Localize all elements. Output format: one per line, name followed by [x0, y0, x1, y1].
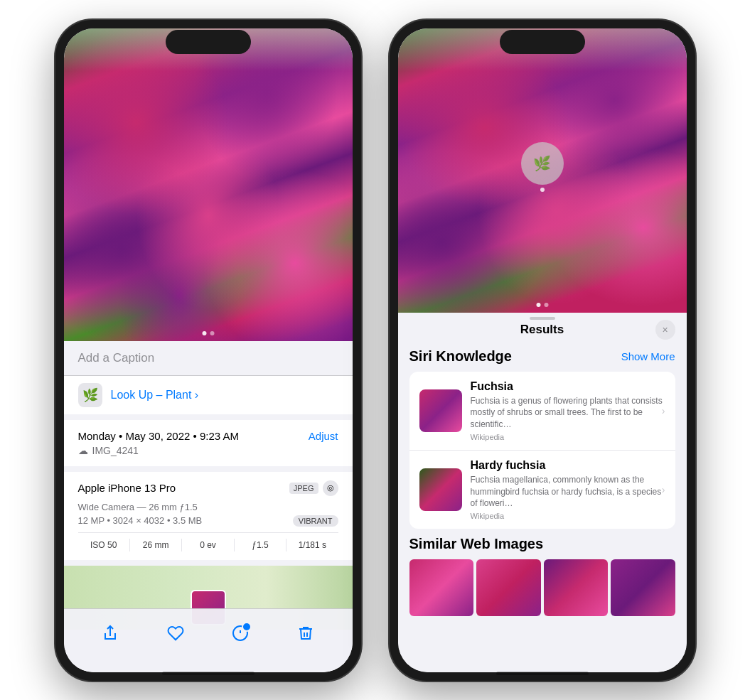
like-button[interactable]	[167, 625, 184, 642]
page-dot-2	[210, 331, 214, 335]
web-images-title: Similar Web Images	[409, 536, 675, 552]
close-icon: ×	[662, 324, 668, 335]
hardy-fuchsia-thumbnail	[419, 468, 462, 511]
hardy-fuchsia-chevron: ›	[662, 484, 665, 495]
delete-button[interactable]	[297, 625, 314, 642]
adjust-button[interactable]: Adjust	[309, 430, 338, 442]
hardy-fuchsia-info: Hardy fuchsia Fuchsia magellanica, commo…	[471, 459, 665, 520]
hardy-fuchsia-source: Wikipedia	[471, 512, 665, 520]
left-phone-content: Add a Caption 🌿 Look Up – Plant ›	[64, 28, 353, 672]
page-dot-right-2	[544, 303, 548, 307]
right-phone-notch	[500, 30, 585, 54]
badges: JPEG ◎	[289, 480, 338, 496]
fuchsia-name: Fuchsia	[471, 380, 665, 393]
device-name: Apple iPhone 13 Pro	[78, 482, 176, 494]
siri-overlay[interactable]: 🌿	[521, 142, 564, 185]
info-button[interactable]	[232, 625, 249, 642]
web-image-2[interactable]	[476, 559, 541, 616]
results-panel: Results × Siri Knowledge Show More	[398, 313, 687, 672]
right-phone-content: 🌿 Results ×	[398, 28, 687, 672]
right-phone: 🌿 Results ×	[390, 20, 695, 681]
bottom-toolbar	[64, 608, 353, 672]
caption-area[interactable]: Add a Caption	[64, 341, 353, 376]
page-dots-right	[536, 303, 548, 307]
location-icon: ◎	[323, 480, 338, 496]
drag-handle[interactable]	[530, 317, 555, 320]
hardy-fuchsia-desc: Fuchsia magellanica, commonly known as t…	[471, 474, 665, 510]
exif-shutter: 1/181 s	[286, 539, 338, 551]
web-images-grid	[409, 559, 675, 616]
exif-aperture: ƒ1.5	[235, 539, 286, 551]
fuchsia-info: Fuchsia Fuchsia is a genus of flowering …	[471, 380, 665, 441]
home-indicator	[162, 672, 255, 675]
close-button[interactable]: ×	[655, 320, 675, 340]
exif-mm: 26 mm	[130, 539, 182, 551]
device-row: Apple iPhone 13 Pro JPEG ◎	[78, 480, 338, 496]
jpeg-badge: JPEG	[289, 483, 318, 494]
web-image-3[interactable]	[544, 559, 609, 616]
results-title: Results	[520, 323, 564, 337]
siri-leaf-icon: 🌿	[533, 155, 551, 172]
caption-placeholder[interactable]: Add a Caption	[78, 351, 155, 365]
device-section: Apple iPhone 13 Pro JPEG ◎ Wide Camera —…	[64, 472, 353, 560]
web-images-section: Similar Web Images	[409, 536, 675, 616]
knowledge-card: Fuchsia Fuchsia is a genus of flowering …	[409, 372, 675, 529]
phone-notch	[166, 30, 251, 54]
exif-ev: 0 ev	[182, 539, 234, 551]
siri-knowledge-title: Siri Knowledge	[409, 348, 512, 365]
page-dots	[202, 331, 214, 335]
siri-knowledge-header: Siri Knowledge Show More	[409, 348, 675, 365]
camera-specs: Wide Camera — 26 mm ƒ1.5	[78, 502, 338, 512]
siri-dot	[540, 188, 545, 192]
web-image-1[interactable]	[409, 559, 474, 616]
right-phone-screen: 🌿 Results ×	[398, 28, 687, 672]
page-dot-right-1	[536, 303, 540, 307]
lookup-row[interactable]: 🌿 Look Up – Plant ›	[64, 376, 353, 414]
mp-text: 12 MP • 3024 × 4032 • 3.5 MB	[78, 515, 203, 526]
page-dot-1	[202, 331, 206, 335]
left-phone: Add a Caption 🌿 Look Up – Plant ›	[55, 20, 361, 681]
fuchsia-source: Wikipedia	[471, 433, 665, 441]
hardy-fuchsia-item[interactable]: Hardy fuchsia Fuchsia magellanica, commo…	[409, 451, 675, 529]
mp-row: 12 MP • 3024 × 4032 • 3.5 MB VIBRANT	[78, 515, 338, 527]
exif-iso: ISO 50	[78, 539, 130, 551]
vibrant-badge: VIBRANT	[293, 515, 338, 527]
flower-photo-left[interactable]	[64, 28, 353, 341]
left-phone-screen: Add a Caption 🌿 Look Up – Plant ›	[64, 28, 353, 672]
results-content: Siri Knowledge Show More Fuchsia Fuchsia…	[398, 345, 687, 672]
flower-photo-right[interactable]: 🌿	[398, 28, 687, 313]
fuchsia-thumbnail	[419, 389, 462, 432]
meta-section: Monday • May 30, 2022 • 9:23 AM Adjust ☁…	[64, 420, 353, 466]
hardy-fuchsia-name: Hardy fuchsia	[471, 459, 665, 472]
exif-row: ISO 50 26 mm 0 ev ƒ1.5 1/181 s	[78, 532, 338, 551]
lookup-text: Look Up – Plant ›	[111, 389, 199, 402]
leaf-icon: 🌿	[82, 387, 98, 403]
lookup-icon: 🌿	[78, 383, 102, 407]
meta-date-row: Monday • May 30, 2022 • 9:23 AM Adjust	[78, 430, 338, 442]
show-more-button[interactable]: Show More	[621, 350, 675, 362]
fuchsia-chevron: ›	[662, 405, 665, 416]
cloud-icon: ☁	[78, 445, 88, 456]
results-header: Results ×	[398, 313, 687, 345]
right-home-indicator	[496, 672, 589, 675]
fuchsia-desc: Fuchsia is a genus of flowering plants t…	[471, 395, 665, 431]
info-badge	[242, 622, 252, 632]
fuchsia-item[interactable]: Fuchsia Fuchsia is a genus of flowering …	[409, 372, 675, 451]
filename: IMG_4241	[92, 445, 139, 456]
share-button[interactable]	[102, 625, 119, 642]
meta-file-row: ☁ IMG_4241	[78, 445, 338, 456]
web-image-4[interactable]	[611, 559, 675, 616]
meta-date: Monday • May 30, 2022 • 9:23 AM	[78, 430, 239, 442]
